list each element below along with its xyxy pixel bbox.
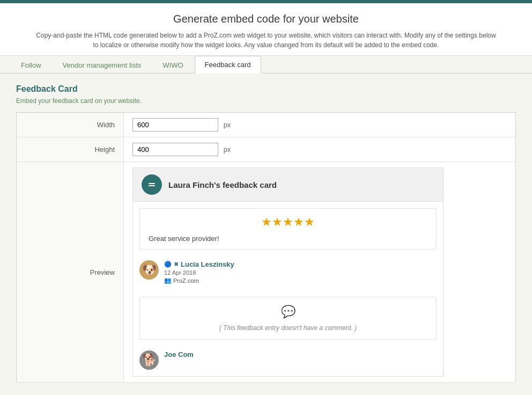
svg-rect-2	[149, 185, 155, 186]
feedback-card-2: 💬 ( This feedback entry doesn't have a c…	[139, 297, 437, 340]
svg-rect-1	[149, 183, 155, 184]
width-row: Width px	[17, 113, 516, 137]
widget-header-suffix: 's feedback card	[214, 180, 277, 189]
tab-follow[interactable]: Follow	[11, 56, 51, 74]
section-title: Feedback Card	[16, 84, 516, 94]
width-value-cell: px	[124, 113, 516, 137]
main-content: Feedback Card Embed your feedback card o…	[0, 74, 532, 393]
tab-feedback-card[interactable]: Feedback card	[195, 56, 261, 74]
settings-table: Width px Height px Preview	[16, 112, 516, 383]
reviewer-1-date: 12 Apr 2018	[164, 269, 234, 276]
height-input[interactable]	[132, 143, 218, 156]
feedback-comment-1: Great service provider!	[140, 232, 436, 249]
source-icon-1: 👥	[164, 277, 172, 284]
feedback-stars-1: ★★★★★	[140, 209, 436, 232]
preview-cell: Laura Finch's feedback card ★★★★★ Great …	[124, 162, 516, 383]
page-header: Generate embed code for your website Cop…	[0, 3, 532, 56]
height-unit: px	[224, 145, 231, 153]
page-title: Generate embed code for your website	[11, 13, 521, 25]
reviewer-1-name-row: 🔵 ✖ Lucia Leszinsky	[164, 260, 234, 268]
reviewer-1-source: 👥 ProZ.com	[164, 277, 234, 284]
reviewer-1-info: 🔵 ✖ Lucia Leszinsky 12 Apr 2018 👥 ProZ.c…	[164, 260, 234, 284]
tab-vendor-management[interactable]: Vendor management lists	[53, 56, 152, 74]
page-description: Copy-and-paste the HTML code generated b…	[33, 31, 499, 50]
reviewer-1-avatar: 🐶	[139, 260, 159, 280]
widget-user-name: Laura Finch	[168, 180, 214, 189]
tabs-bar: Follow Vendor management lists WIWO Feed…	[0, 56, 532, 74]
no-comment-text: ( This feedback entry doesn't have a com…	[140, 322, 436, 339]
section-subtitle: Embed your feedback card on your website…	[16, 97, 516, 105]
reviewer-2-row: 🐕 Joe Com	[133, 346, 443, 376]
thumbs-up-icon: 💬	[281, 305, 295, 318]
proz-badge-icon-1: 🔵	[164, 261, 172, 268]
source-label-1: ProZ.com	[173, 277, 199, 284]
reviewer-2-avatar: 🐕	[139, 350, 159, 370]
tab-wiwo[interactable]: WIWO	[152, 56, 193, 74]
reviewer-1-name[interactable]: Lucia Leszinsky	[181, 260, 234, 268]
reviewer-2-name[interactable]: Joe Com	[164, 350, 194, 359]
width-input[interactable]	[132, 118, 218, 131]
widget-avatar	[142, 174, 162, 195]
ribbon-icon-1: ✖	[174, 261, 179, 268]
reviewer-1-row: 🐶 🔵 ✖ Lucia Leszinsky 12 Apr 2018 👥	[133, 256, 443, 290]
svg-point-0	[146, 179, 158, 191]
feedback-card-1: ★★★★★ Great service provider!	[139, 208, 437, 250]
widget-header: Laura Finch's feedback card	[133, 168, 443, 202]
reviewer-2-info: Joe Com	[164, 350, 194, 359]
preview-label: Preview	[17, 162, 124, 383]
preview-widget[interactable]: Laura Finch's feedback card ★★★★★ Great …	[132, 167, 444, 377]
feedback-icon-2: 💬	[140, 297, 436, 322]
preview-row: Preview Laura Finch's feedba	[17, 162, 516, 383]
height-label: Height	[17, 137, 124, 162]
widget-header-title: Laura Finch's feedback card	[168, 180, 277, 189]
height-value-cell: px	[124, 137, 516, 162]
width-unit: px	[224, 121, 231, 129]
height-row: Height px	[17, 137, 516, 162]
width-label: Width	[17, 113, 124, 137]
